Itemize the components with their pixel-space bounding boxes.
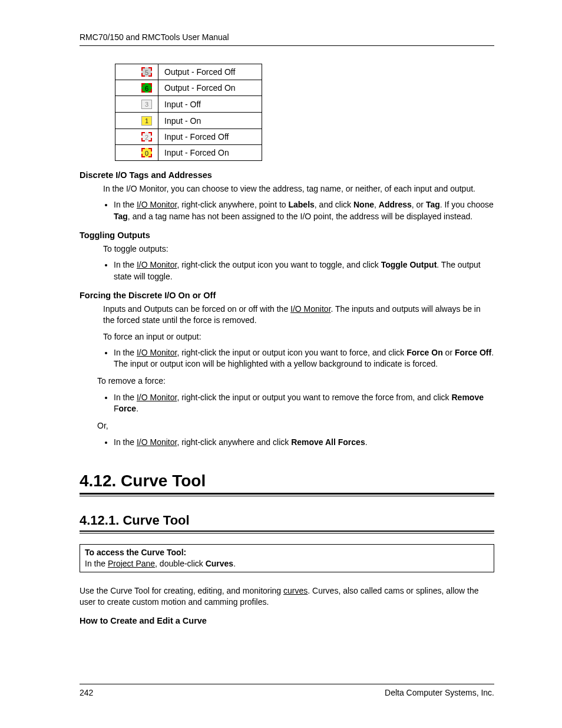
io-label: Input - Forced Off [158,129,262,145]
io-icon-in-forced-on: 0 [141,148,152,157]
table-row: 0 Input - Forced On [115,145,262,161]
table-row: 3 Input - Off [115,96,262,113]
paragraph: To toggle outputs: [103,243,494,255]
footer-company: Delta Computer Systems, Inc. [385,688,494,697]
io-icon-in-forced-off: 2 [141,132,152,141]
heading-curve-tool: 4.12. Curve Tool [80,472,494,490]
link-io-monitor[interactable]: I/O Monitor [137,200,177,209]
link-io-monitor[interactable]: I/O Monitor [137,437,177,447]
bullet-list: In the I/O Monitor, right-click anywhere… [101,199,494,222]
io-icon-in-off: 3 [141,100,152,109]
io-label: Input - On [158,113,262,129]
h1-rule [80,493,494,496]
table-row: 2 Input - Forced Off [115,129,262,145]
heading-toggling-outputs: Toggling Outputs [80,230,494,240]
heading-forcing-io: Forcing the Discrete I/O On or Off [80,291,494,300]
bullet-list: In the I/O Monitor, right-click the outp… [101,259,494,282]
io-label: Output - Forced On [158,80,262,96]
bullet-list: In the I/O Monitor, right-click the inpu… [101,347,494,370]
paragraph: To force an input or output: [103,331,494,342]
link-io-monitor[interactable]: I/O Monitor [137,260,177,269]
table-row: 5 Output - Forced Off [115,64,262,80]
access-title: To access the Curve Tool: [85,548,186,557]
paragraph: To remove a force: [97,375,494,387]
link-io-monitor[interactable]: I/O Monitor [137,348,177,357]
bullet-list: In the I/O Monitor, right-click anywhere… [101,437,494,448]
page-header: RMC70/150 and RMCTools User Manual [80,32,494,42]
link-curves[interactable]: curves [283,586,308,595]
paragraph: In the I/O Monitor, you can choose to vi… [103,183,494,195]
access-box: To access the Curve Tool: In the Project… [80,544,494,572]
footer-rule [80,684,494,684]
table-row: 6 Output - Forced On [115,80,262,96]
io-label: Output - Forced Off [158,64,262,80]
page-footer: 242 Delta Computer Systems, Inc. [80,684,494,697]
io-icon-out-forced-on: 6 [141,83,152,93]
io-icon-in-on: 1 [141,116,152,126]
link-project-pane[interactable]: Project Pane [108,559,155,568]
list-item: In the I/O Monitor, right-click the inpu… [114,347,494,370]
paragraph: Use the Curve Tool for creating, editing… [80,585,494,608]
io-status-table: 5 Output - Forced Off 6 Output - Forced … [115,64,262,161]
header-rule [80,45,494,46]
list-item: In the I/O Monitor, right-click the inpu… [114,392,494,415]
paragraph: Or, [97,420,494,431]
bullet-list: In the I/O Monitor, right-click the inpu… [101,392,494,415]
link-io-monitor[interactable]: I/O Monitor [290,304,330,314]
heading-curve-tool-sub: 4.12.1. Curve Tool [80,513,494,528]
link-io-monitor[interactable]: I/O Monitor [137,393,177,402]
io-label: Input - Forced On [158,145,262,161]
heading-howto-curve: How to Create and Edit a Curve [80,616,494,625]
io-label: Input - Off [158,96,262,113]
heading-discrete-tags: Discrete I/O Tags and Addresses [80,170,494,180]
page-number: 242 [80,688,93,697]
table-row: 1 Input - On [115,113,262,129]
list-item: In the I/O Monitor, right-click anywhere… [114,199,494,222]
list-item: In the I/O Monitor, right-click anywhere… [114,437,494,448]
list-item: In the I/O Monitor, right-click the outp… [114,259,494,282]
h2-rule [80,531,494,533]
io-icon-out-forced-off: 5 [141,67,152,77]
paragraph: Inputs and Outputs can be forced on or o… [103,304,494,327]
